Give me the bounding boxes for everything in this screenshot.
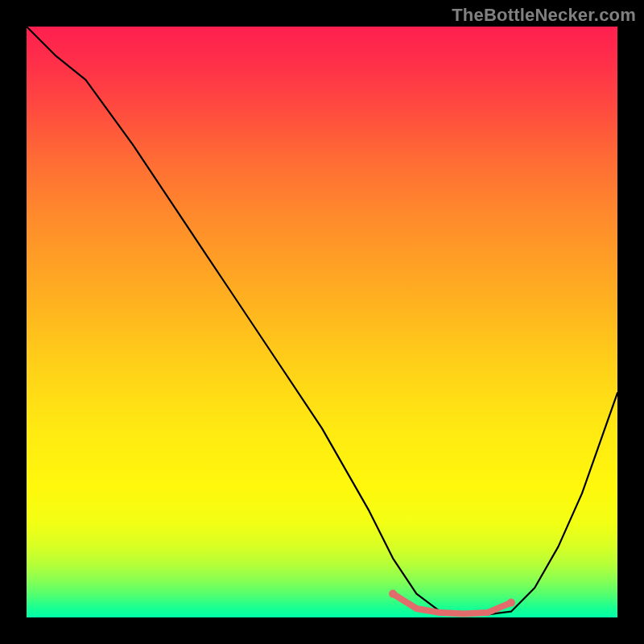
chart-frame: TheBottleNecker.com: [0, 0, 644, 644]
highlight-end-dot: [507, 599, 515, 607]
highlight-segment-path: [393, 594, 511, 614]
main-curve-path: [27, 27, 617, 614]
highlight-start-dot: [389, 590, 397, 598]
plot-area: [27, 27, 617, 617]
bottleneck-curve: [27, 27, 617, 617]
watermark-label: TheBottleNecker.com: [452, 5, 636, 26]
